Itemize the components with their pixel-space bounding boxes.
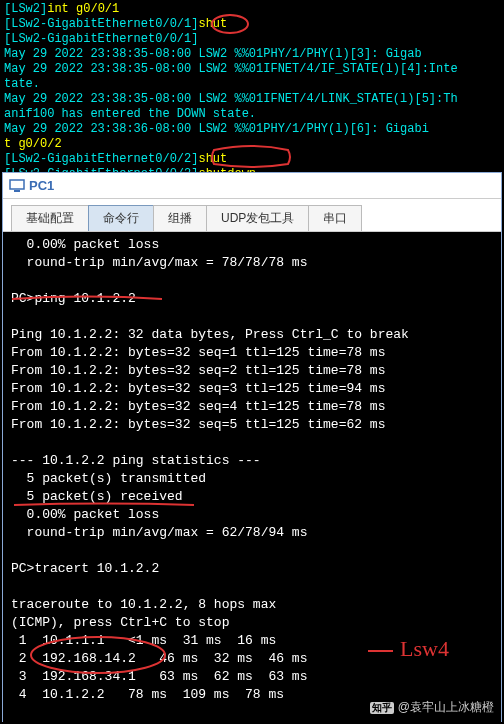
console-line: From 10.1.2.2: bytes=32 seq=4 ttl=125 ti… <box>11 398 493 416</box>
console-line <box>11 578 493 596</box>
titlebar[interactable]: PC1 <box>3 173 501 199</box>
tab-basic-config[interactable]: 基础配置 <box>11 205 89 231</box>
log-line: t g0/0/2 <box>4 137 500 152</box>
watermark-text: @袁牢山上冰糖橙 <box>398 699 494 716</box>
console-line: From 10.1.2.2: bytes=32 seq=5 ttl=125 ti… <box>11 416 493 434</box>
console-line: 0.00% packet loss <box>11 236 493 254</box>
prompt: [LSw2-GigabitEthernet0/0/1] <box>4 17 198 31</box>
pc-icon <box>9 179 25 193</box>
console-line: (ICMP), press Ctrl+C to stop <box>11 614 493 632</box>
log-line: tate. <box>4 77 500 92</box>
zhihu-icon: 知乎 <box>370 702 394 714</box>
log-line: May 29 2022 23:38:35-08:00 LSW2 %%01IFNE… <box>4 62 500 77</box>
tab-bar: 基础配置 命令行 组播 UDP发包工具 串口 <box>3 199 501 232</box>
console-line: PC>tracert 10.1.2.2 <box>11 560 493 578</box>
log-line: May 29 2022 23:38:35-08:00 LSW2 %%01IFNE… <box>4 92 500 107</box>
log-line: May 29 2022 23:38:35-08:00 LSW2 %%01PHY/… <box>4 47 500 62</box>
cmd: shut <box>198 152 227 166</box>
svg-rect-1 <box>10 180 24 189</box>
prompt: [LSw2-GigabitEthernet0/0/1] <box>4 32 198 46</box>
tab-cli[interactable]: 命令行 <box>88 205 154 231</box>
tab-multicast[interactable]: 组播 <box>153 205 207 231</box>
console-line: 3 192.168.34.1 63 ms 62 ms 63 ms <box>11 668 493 686</box>
console-line: 2 192.168.14.2 46 ms 32 ms 46 ms <box>11 650 493 668</box>
term-line: [LSw2-GigabitEthernet0/0/1]shut <box>4 17 500 32</box>
console-line <box>11 272 493 290</box>
switch-terminal: [LSw2]int g0/0/1 [LSw2-GigabitEthernet0/… <box>0 0 504 184</box>
console-output[interactable]: 0.00% packet loss round-trip min/avg/max… <box>3 232 501 724</box>
console-line: 5 packet(s) transmitted <box>11 470 493 488</box>
console-line: From 10.1.2.2: bytes=32 seq=3 ttl=125 ti… <box>11 380 493 398</box>
console-line: From 10.1.2.2: bytes=32 seq=2 ttl=125 ti… <box>11 362 493 380</box>
tab-serial[interactable]: 串口 <box>308 205 362 231</box>
cmd: int g0/0/1 <box>47 2 119 16</box>
console-line <box>11 434 493 452</box>
console-line: round-trip min/avg/max = 78/78/78 ms <box>11 254 493 272</box>
console-line: Ping 10.1.2.2: 32 data bytes, Press Ctrl… <box>11 326 493 344</box>
prompt: [LSw2-GigabitEthernet0/0/2] <box>4 152 198 166</box>
tab-udp-tool[interactable]: UDP发包工具 <box>206 205 309 231</box>
prompt: [LSw2] <box>4 2 47 16</box>
console-line: round-trip min/avg/max = 62/78/94 ms <box>11 524 493 542</box>
console-line: From 10.1.2.2: bytes=32 seq=1 ttl=125 ti… <box>11 344 493 362</box>
console-line: 5 packet(s) received <box>11 488 493 506</box>
console-line: traceroute to 10.1.2.2, 8 hops max <box>11 596 493 614</box>
term-line: [LSw2-GigabitEthernet0/0/1] <box>4 32 500 47</box>
watermark: 知乎 @袁牢山上冰糖橙 <box>370 699 494 716</box>
term-line: [LSw2]int g0/0/1 <box>4 2 500 17</box>
log-line: May 29 2022 23:38:36-08:00 LSW2 %%01PHY/… <box>4 122 500 137</box>
console-line: --- 10.1.2.2 ping statistics --- <box>11 452 493 470</box>
console-line <box>11 542 493 560</box>
pc1-window: PC1 基础配置 命令行 组播 UDP发包工具 串口 0.00% packet … <box>2 172 502 722</box>
term-line: [LSw2-GigabitEthernet0/0/2]shut <box>4 152 500 167</box>
log-line: anif100 has entered the DOWN state. <box>4 107 500 122</box>
cmd: shut <box>198 17 227 31</box>
console-line: 1 10.1.1.1 <1 ms 31 ms 16 ms <box>11 632 493 650</box>
console-line: PC>ping 10.1.2.2 <box>11 290 493 308</box>
console-line <box>11 308 493 326</box>
svg-rect-2 <box>14 190 20 192</box>
console-line: 0.00% packet loss <box>11 506 493 524</box>
window-title: PC1 <box>29 178 54 193</box>
